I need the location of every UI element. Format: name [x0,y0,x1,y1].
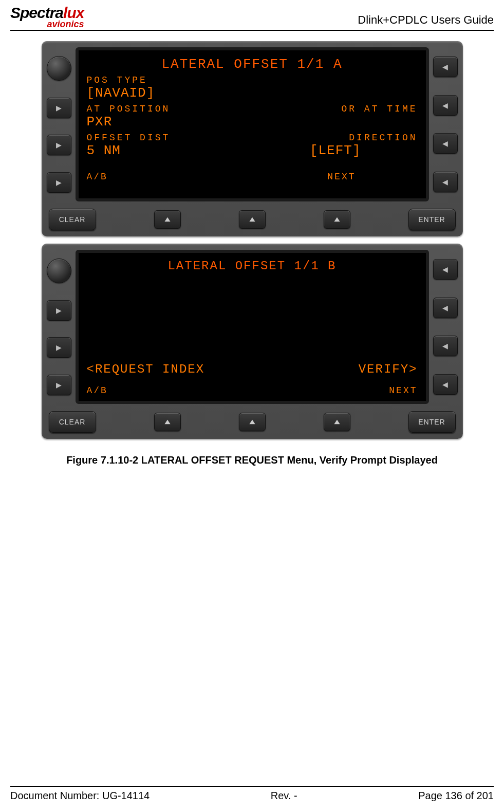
screen-title: LATERAL OFFSET 1/1 A [87,57,418,72]
lsk-2[interactable] [47,135,71,155]
svg-marker-1 [249,217,255,222]
play-right-icon [56,343,62,352]
up-button-3[interactable] [324,413,350,431]
clear-button[interactable]: CLEAR [49,209,96,230]
at-position-value: PXR [87,114,418,130]
play-right-icon [56,104,62,112]
up-button-2[interactable] [239,210,266,229]
rsk-1[interactable] [433,259,458,280]
page-footer: Document Number: UG-14114 Rev. - Page 13… [10,786,494,802]
device-figures: LATERAL OFFSET 1/1 A POS TYPE [NAVAID] A… [10,41,494,466]
svg-marker-0 [164,217,170,222]
play-left-icon [442,139,448,147]
footer-next: NEXT [389,385,417,396]
triangle-up-icon [249,216,256,223]
lsk-3[interactable] [47,172,71,193]
enter-button[interactable]: ENTER [408,411,456,433]
svg-marker-5 [334,420,340,424]
triangle-up-icon [164,216,171,223]
triangle-up-icon [333,216,341,223]
logo-top: Spectralux [10,5,84,21]
rsk-1[interactable] [433,57,458,77]
play-left-icon [442,63,448,71]
up-button-2[interactable] [239,413,266,431]
request-index-label: <REQUEST INDEX [87,362,205,376]
bottom-bar-a: CLEAR ENTER [47,209,458,230]
page-chevron-left[interactable] [433,172,458,192]
lsk-1[interactable] [47,98,71,118]
rsk-3[interactable] [433,133,458,154]
or-at-time-label: OR AT TIME [341,104,417,114]
pos-type-value: [NAVAID] [87,85,418,101]
page-header: Spectralux avionics Dlink+CPDLC Users Gu… [10,5,494,31]
figure-caption: Figure 7.1.10-2 LATERAL OFFSET REQUEST M… [66,454,438,466]
play-right-icon [56,381,62,389]
footer-ab: A/B [87,172,108,182]
cdu-screen-a: LATERAL OFFSET 1/1 A POS TYPE [NAVAID] A… [76,47,429,201]
direction-value: [LEFT] [310,143,361,158]
right-side-buttons [433,47,458,201]
svg-marker-4 [249,420,255,424]
logo-bottom: avionics [10,20,84,29]
triangle-up-icon [249,418,256,426]
footer-next: NEXT [327,172,356,182]
lsk-3[interactable] [47,375,71,395]
lsk-2[interactable] [47,337,71,358]
bottom-bar-b: CLEAR ENTER [47,411,458,433]
logo: Spectralux avionics [10,5,84,29]
chevron-left-icon [442,380,448,389]
play-left-icon [442,304,448,312]
verify-label: VERIFY> [359,362,418,376]
enter-button[interactable]: ENTER [408,209,456,230]
offset-dist-value: 5 NM [87,143,121,158]
direction-label: DIRECTION [349,133,417,143]
play-right-icon [56,306,62,315]
play-left-icon [442,101,448,109]
left-side-buttons [47,47,71,201]
page-number: Page 136 of 201 [418,790,494,802]
triangle-up-icon [333,418,341,426]
rsk-2[interactable] [433,298,458,318]
rsk-3[interactable] [433,336,458,356]
device-panel-b: LATERAL OFFSET 1/1 B <REQUEST INDEX VERI… [42,244,463,439]
brightness-knob[interactable] [47,56,71,81]
screen-title: LATERAL OFFSET 1/1 B [87,259,418,273]
offset-dist-label: OFFSET DIST [87,133,171,143]
device-panel-a: LATERAL OFFSET 1/1 A POS TYPE [NAVAID] A… [42,41,463,236]
up-button-3[interactable] [324,210,350,229]
play-left-icon [442,342,448,350]
clear-button[interactable]: CLEAR [49,411,96,433]
play-right-icon [56,178,62,187]
right-side-buttons [433,250,458,404]
play-right-icon [56,141,62,149]
footer-ab: A/B [87,385,108,396]
doc-number: Document Number: UG-14114 [10,790,150,802]
revision: Rev. - [271,790,297,802]
up-button-1[interactable] [154,210,181,229]
triangle-up-icon [164,418,171,426]
svg-marker-2 [334,217,340,222]
chevron-left-icon [442,178,448,186]
pos-type-label: POS TYPE [87,75,418,85]
brightness-knob[interactable] [47,259,71,283]
cdu-screen-b: LATERAL OFFSET 1/1 B <REQUEST INDEX VERI… [76,250,429,404]
page-chevron-left[interactable] [433,374,458,395]
at-position-label: AT POSITION [87,104,171,114]
left-side-buttons [47,250,71,404]
lsk-1[interactable] [47,300,71,321]
rsk-2[interactable] [433,95,458,116]
doc-title: Dlink+CPDLC Users Guide [358,13,494,29]
svg-marker-3 [164,420,170,424]
play-left-icon [442,265,448,273]
up-button-1[interactable] [154,413,181,431]
